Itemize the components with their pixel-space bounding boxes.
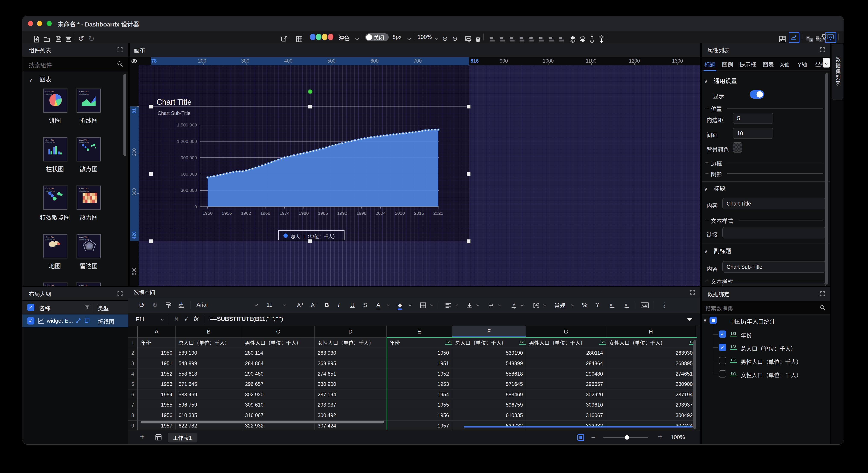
bold-button[interactable]: B bbox=[324, 302, 329, 308]
sheet-cell[interactable]: 322932 bbox=[526, 421, 606, 430]
sheet-cell[interactable]: 316067 bbox=[526, 410, 606, 421]
bg-color-swatch[interactable] bbox=[733, 142, 742, 152]
clear-format-icon[interactable] bbox=[178, 302, 185, 309]
sheet-cell[interactable]: 年份 bbox=[138, 337, 176, 348]
chevron-down-icon[interactable] bbox=[430, 304, 434, 307]
virtual-keyboard-icon[interactable] bbox=[641, 302, 649, 308]
field-node[interactable]: 123 女性人口（单位：千人） bbox=[702, 368, 830, 380]
row-number[interactable]: 9 bbox=[128, 421, 138, 430]
tab-Y轴[interactable]: Y轴 bbox=[798, 60, 807, 68]
sheet-cell[interactable]: 总人口（单位：千人）123 bbox=[452, 337, 526, 348]
chevron-down-icon[interactable] bbox=[408, 304, 412, 307]
chevron-down-icon[interactable] bbox=[476, 304, 480, 307]
undo-button[interactable]: ↺ bbox=[139, 301, 145, 309]
dataset-node[interactable]: ∨ 中国历年人口统计 bbox=[702, 315, 830, 326]
number-format-select[interactable]: 常规 bbox=[554, 301, 565, 309]
sheet-cell[interactable]: 274651 bbox=[606, 369, 696, 379]
properties-scrollbar[interactable] bbox=[825, 73, 828, 285]
chevron-down-icon[interactable] bbox=[282, 304, 287, 307]
show-toggle[interactable] bbox=[750, 90, 764, 99]
zoom-in-icon[interactable]: ⊕ bbox=[442, 35, 448, 42]
column-header-A[interactable]: A bbox=[138, 326, 176, 337]
paint-format-icon[interactable] bbox=[165, 302, 172, 309]
arrow-icon[interactable]: → bbox=[704, 170, 710, 175]
tab-X轴[interactable]: X轴 bbox=[780, 60, 789, 68]
sheet-cell[interactable]: 307424 bbox=[606, 421, 696, 430]
sheet-cell[interactable]: 1956 bbox=[138, 410, 176, 421]
palette-color-0[interactable] bbox=[310, 34, 315, 40]
component-search[interactable]: 搜索组件 bbox=[23, 57, 128, 71]
subtitle-section-header[interactable]: ∨ 副标题 bbox=[704, 246, 731, 255]
font-size-select[interactable]: 11 bbox=[267, 301, 272, 308]
sheet-cell[interactable]: 558 618 bbox=[176, 369, 242, 379]
sheet-cell[interactable]: 622782 bbox=[452, 421, 526, 430]
sheet-cell[interactable]: 1955 bbox=[138, 400, 176, 410]
sheet-cell[interactable]: 293937 bbox=[606, 400, 696, 410]
sheet-cell[interactable]: 1950 bbox=[386, 348, 452, 358]
palette-color-1[interactable] bbox=[316, 34, 321, 40]
row-number[interactable]: 7 bbox=[128, 400, 138, 410]
sheet-cell[interactable]: 1955 bbox=[386, 400, 452, 410]
vertical-align-icon[interactable] bbox=[466, 302, 473, 309]
sheet-cell[interactable]: 610335 bbox=[452, 410, 526, 421]
field-checkbox[interactable] bbox=[719, 370, 726, 378]
component-item-pie[interactable]: Chart TitleChart Sub-Title 饼图 bbox=[43, 89, 70, 134]
currency-format-button[interactable]: ¥ bbox=[596, 302, 599, 308]
row-number[interactable]: 6 bbox=[128, 389, 138, 400]
component-item-effect-scatter[interactable]: Chart TitleChart Sub-Title 特效散点图 bbox=[43, 186, 70, 231]
sheet-cell[interactable]: 583469 bbox=[452, 389, 526, 400]
sheet-cell[interactable]: 男性人口（单位：千人）123 bbox=[526, 337, 606, 348]
column-header-B[interactable]: B bbox=[176, 326, 242, 337]
sheet-cell[interactable]: 300492 bbox=[606, 410, 696, 421]
field-checkbox[interactable] bbox=[719, 357, 726, 364]
translate-cn-en-icon[interactable]: 文En bbox=[806, 36, 813, 42]
sheet-cell[interactable]: 女性人口（单位：千人） bbox=[315, 337, 386, 348]
arrow-icon[interactable]: → bbox=[704, 277, 710, 283]
gap-input[interactable]: 10 bbox=[733, 128, 773, 139]
sheet-cell[interactable]: 1957 bbox=[386, 421, 452, 430]
sheet-cell[interactable]: 284864 bbox=[526, 358, 606, 369]
chevron-down-icon[interactable] bbox=[434, 37, 439, 41]
percent-format-button[interactable]: % bbox=[582, 302, 587, 308]
component-item-partial[interactable]: Chart TitleChart Sub-Title bbox=[43, 283, 70, 286]
more-options-button[interactable]: ⋮ bbox=[661, 301, 668, 309]
palette-color-2[interactable] bbox=[322, 34, 328, 40]
sheet-cell[interactable]: 年份123 bbox=[386, 337, 452, 348]
formula-input[interactable]: =--SUBSTITUTE(B11," ","") bbox=[210, 316, 283, 322]
delete-icon[interactable] bbox=[475, 36, 481, 42]
sheet-cell[interactable]: 596759 bbox=[452, 400, 526, 410]
chevron-down-icon[interactable] bbox=[498, 304, 501, 307]
chart-mode-button[interactable] bbox=[789, 32, 800, 43]
theme-select[interactable]: 深色 bbox=[339, 34, 350, 42]
panel-layout-icon[interactable] bbox=[778, 35, 786, 43]
component-item-bar[interactable]: Chart TitleChart Sub-Title 柱状图 bbox=[43, 137, 70, 182]
sheet-cell[interactable]: 548899 bbox=[452, 358, 526, 369]
component-item-line[interactable]: Chart TitleChart Sub-Title 折线图 bbox=[77, 89, 103, 134]
merge-cells-icon[interactable] bbox=[533, 302, 540, 309]
binding-search[interactable]: 搜索数据集 bbox=[702, 301, 830, 315]
sheet-list-icon[interactable] bbox=[155, 434, 162, 441]
underline-button[interactable]: U bbox=[350, 302, 354, 308]
canvas-zoom-select[interactable]: 100% bbox=[417, 34, 432, 40]
send-to-back-icon[interactable] bbox=[579, 35, 586, 43]
component-item-scatter[interactable]: Chart TitleChart Sub-Title 散点图 bbox=[77, 137, 103, 182]
field-checkbox[interactable]: ✓ bbox=[719, 330, 726, 338]
field-checkbox[interactable]: ✓ bbox=[719, 344, 726, 351]
align-text-icon[interactable] bbox=[445, 302, 452, 309]
sheet-cell[interactable]: 1954 bbox=[138, 389, 176, 400]
tab-scroll-button[interactable]: ⌄ bbox=[823, 58, 830, 67]
confirm-entry-button[interactable]: ✓ bbox=[184, 316, 189, 323]
field-node[interactable]: 123 男性人口（单位：千人） bbox=[702, 355, 830, 367]
fill-color-button[interactable]: ◆ bbox=[398, 302, 402, 310]
redo-button[interactable]: ↻ bbox=[88, 35, 95, 42]
distribute-h-icon[interactable] bbox=[548, 36, 555, 42]
column-header-D[interactable]: D bbox=[315, 326, 386, 337]
sheet-cell[interactable]: 女性人口（单位：千人）123 bbox=[606, 337, 696, 348]
cancel-entry-button[interactable]: ✕ bbox=[174, 316, 179, 323]
canvas-grid[interactable] bbox=[139, 65, 700, 286]
sheet-cell[interactable]: 1953 bbox=[386, 379, 452, 389]
sheet-cell[interactable]: 539190 bbox=[452, 348, 526, 358]
sheet-cell[interactable]: 539 190 bbox=[176, 348, 242, 358]
sheet-cell[interactable]: 280900 bbox=[606, 379, 696, 389]
chart-section-toggle[interactable]: ∨ 图表 bbox=[29, 75, 52, 83]
